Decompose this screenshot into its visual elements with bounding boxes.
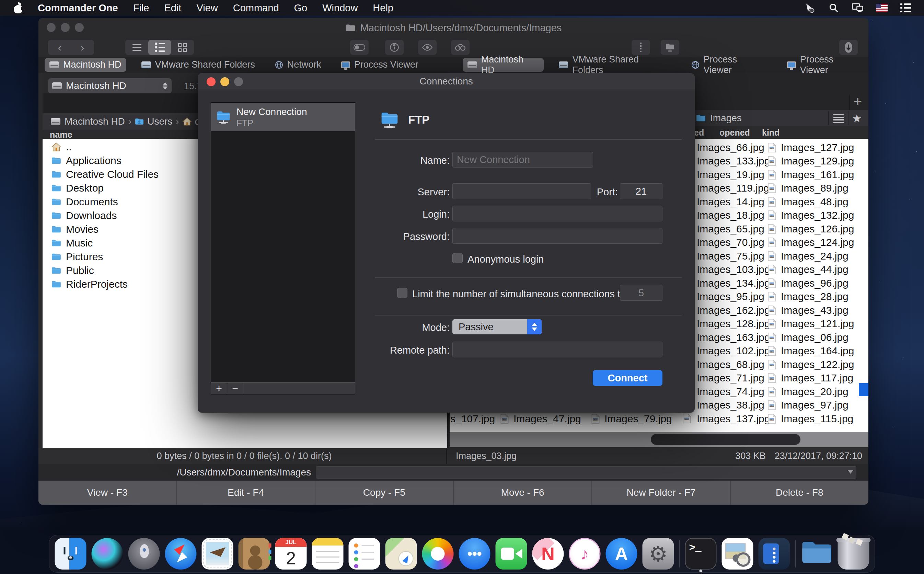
file-row[interactable]: Images_134.jpg (697, 276, 770, 290)
dock-siri-icon[interactable] (92, 538, 123, 569)
view-detail-button[interactable] (148, 40, 171, 55)
file-row[interactable]: Images_14.jpg (697, 195, 770, 209)
file-row[interactable]: Images_47.jpg (501, 412, 581, 426)
file-row[interactable]: Images_115.jpg (768, 412, 854, 426)
archive-zip-button[interactable] (631, 40, 650, 55)
tab-process-viewer-right[interactable]: Process Viewer (782, 58, 868, 72)
download-button[interactable] (839, 40, 858, 55)
spotlight-search-icon[interactable] (828, 2, 839, 14)
tab-macintosh-hd-right[interactable]: Macintosh HD (463, 58, 544, 72)
file-row[interactable]: Images_68.jpg (697, 358, 770, 371)
file-row[interactable]: Images_18.jpg (697, 209, 770, 222)
dock-safari-icon[interactable] (165, 538, 197, 569)
window-titlebar[interactable]: Macintosh HD/Users/dmx/Documents/Images (38, 18, 868, 38)
dock-system-preferences-icon[interactable]: ⚙ (642, 538, 674, 569)
view-list-button[interactable] (126, 40, 148, 55)
file-row-partial[interactable]: s_107.jpg (450, 412, 495, 426)
file-row[interactable]: Images_70.jpg (697, 236, 770, 249)
function-key-button[interactable]: Edit - F4 (176, 481, 315, 505)
dialog-close-button[interactable] (207, 77, 216, 86)
file-row[interactable]: Images_89.jpg (768, 181, 854, 196)
dialog-titlebar[interactable]: Connections (198, 73, 695, 90)
connect-button[interactable]: Connect (593, 370, 663, 386)
dock-calendar-icon[interactable]: JUL 2 (275, 538, 307, 569)
view-options-icon[interactable] (833, 114, 844, 123)
minimize-button[interactable] (61, 23, 70, 32)
info-button[interactable] (385, 40, 404, 55)
file-row[interactable]: Images_119.jpg (697, 181, 770, 196)
quicklook-eye-button[interactable] (418, 40, 437, 55)
file-row[interactable]: Images_129.jpg (768, 155, 854, 168)
menu-item[interactable]: Go (294, 2, 307, 14)
file-row[interactable]: Images_161.jpg (768, 168, 854, 181)
favorites-star-icon[interactable]: ★ (852, 112, 862, 125)
selected-file-highlight[interactable] (859, 383, 868, 396)
dock-appstore-icon[interactable]: A (606, 538, 638, 569)
file-row[interactable]: Images_164.jpg (768, 344, 854, 358)
file-row[interactable]: Images_24.jpg (768, 249, 854, 263)
network-folder-button[interactable] (661, 40, 679, 55)
file-row[interactable]: Images_74.jpg (697, 385, 770, 399)
file-row[interactable]: Images_95.jpg (697, 290, 770, 304)
menu-list-icon[interactable] (900, 2, 911, 14)
dock-maps-icon[interactable] (386, 538, 417, 569)
file-row[interactable]: Images_38.jpg (697, 399, 770, 412)
file-row[interactable]: Images_124.jpg (768, 236, 854, 249)
view-grid-button[interactable] (171, 40, 194, 55)
back-button[interactable]: ‹ (49, 40, 71, 55)
screen-sharing-cursor-icon[interactable] (804, 2, 815, 14)
file-row[interactable]: Images_79.jpg (592, 412, 672, 426)
file-row[interactable]: Images_102.jpg (697, 344, 770, 358)
tab-macintosh-hd[interactable]: Macintosh HD (45, 58, 126, 72)
function-key-button[interactable]: Move - F6 (453, 481, 592, 505)
menu-item[interactable]: Help (373, 2, 394, 14)
menu-item[interactable]: Window (322, 2, 358, 14)
file-row[interactable]: Images_103.jpg (697, 263, 770, 277)
dock-launchpad-icon[interactable] (128, 538, 160, 569)
file-row[interactable]: Images_117.jpg (768, 371, 854, 385)
dock-photos-icon[interactable] (422, 538, 454, 569)
file-row[interactable]: Images_128.jpg (697, 317, 770, 331)
tab-vmware-shared-folders[interactable]: VMware Shared Folders (137, 58, 260, 72)
horizontal-scrollbar[interactable] (450, 432, 868, 447)
file-row[interactable]: Images_122.jpg (768, 358, 854, 371)
add-connection-button[interactable]: + (211, 382, 227, 394)
dock-mail-icon[interactable] (202, 538, 233, 569)
function-key-button[interactable]: View - F3 (38, 481, 176, 505)
port-field[interactable]: 21 (620, 183, 663, 199)
tab-network-right[interactable]: Process Viewer (686, 58, 772, 72)
tab-network[interactable]: Network (270, 58, 326, 72)
file-row[interactable]: Images_28.jpg (768, 290, 854, 304)
file-row[interactable]: Images_65.jpg (697, 222, 770, 236)
dock-news-icon[interactable]: N (532, 538, 564, 569)
breadcrumb-item[interactable]: Macintosh HD (65, 116, 125, 127)
command-input[interactable] (316, 467, 856, 478)
app-menu-title[interactable]: Commander One (38, 2, 118, 14)
file-row[interactable]: Images_48.jpg (768, 195, 854, 209)
device-selector[interactable]: Macintosh HD (48, 78, 172, 93)
function-key-button[interactable]: New Folder - F7 (592, 481, 730, 505)
dock-contacts-icon[interactable] (239, 538, 270, 569)
mode-dropdown[interactable]: Passive (452, 319, 541, 334)
file-row[interactable]: Images_162.jpg (697, 303, 770, 317)
menu-item[interactable]: Edit (164, 2, 181, 14)
tab-vmware-shared-folders-right[interactable]: VMware Shared Folders (554, 58, 676, 72)
keyboard-layout-flag-icon[interactable] (876, 2, 888, 14)
menu-item[interactable]: Command (233, 2, 279, 14)
dock-reminders-icon[interactable] (349, 538, 380, 569)
file-row[interactable]: Images_133.jpg (697, 155, 770, 168)
dock-finder-icon[interactable] (55, 538, 87, 569)
breadcrumb-item[interactable]: Users (147, 116, 172, 127)
file-row[interactable]: Images_137.jpg (697, 412, 770, 426)
file-row[interactable]: Images_163.jpg (697, 331, 770, 344)
file-row[interactable]: Images_97.jpg (768, 399, 854, 412)
forward-button[interactable]: › (71, 40, 94, 55)
apple-menu-icon[interactable] (13, 2, 24, 13)
remove-connection-button[interactable]: − (227, 382, 243, 394)
file-row[interactable]: Images_132.jpg (768, 209, 854, 222)
breadcrumb-item[interactable]: Images (710, 113, 742, 124)
function-key-button[interactable]: Delete - F8 (730, 481, 868, 505)
file-row[interactable]: Images_19.jpg (697, 168, 770, 181)
dialog-minimize-button[interactable] (220, 77, 229, 86)
file-row[interactable]: Images_43.jpg (768, 303, 854, 317)
